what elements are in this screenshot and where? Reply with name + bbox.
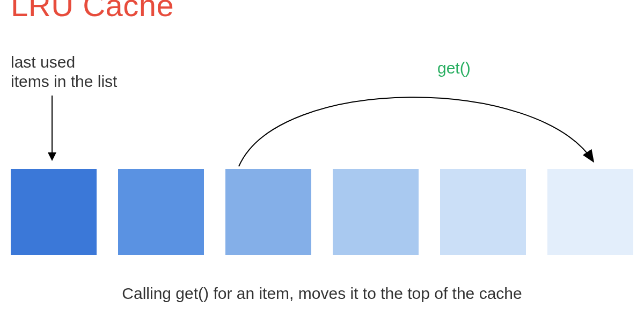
cache-boxes: [11, 169, 633, 255]
cache-box-1: [118, 169, 204, 255]
arrow-get-arc: [0, 0, 644, 322]
label-last-used: last useditems in the list: [11, 53, 117, 91]
cache-box-5: [547, 169, 633, 255]
arrow-last-used: [52, 96, 53, 160]
diagram-caption: Calling get() for an item, moves it to t…: [0, 284, 644, 303]
diagram-title: LRU Cache: [11, 0, 174, 23]
cache-box-3: [333, 169, 419, 255]
label-get-call: get(): [437, 59, 471, 77]
cache-box-2: [225, 169, 311, 255]
cache-box-4: [440, 169, 526, 255]
cache-box-0: [11, 169, 97, 255]
